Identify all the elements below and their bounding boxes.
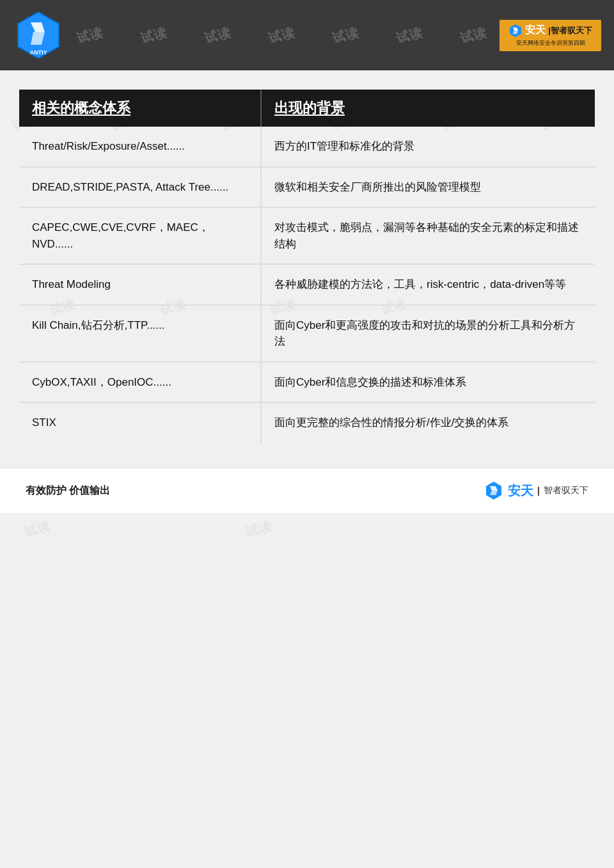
table-cell-right-2: 对攻击模式，脆弱点，漏洞等各种基础的安全元素的标定和描述结构 (261, 207, 595, 264)
header-watermarks: 试读 试读 试读 试读 试读 试读 试读 (64, 27, 500, 44)
table-cell-right-0: 西方的IT管理和标准化的背景 (261, 127, 595, 167)
table-row: CybOX,TAXII，OpenIOC......面向Cyber和信息交换的描述… (19, 362, 595, 403)
header: ANTIY 试读 试读 试读 试读 试读 试读 试读 安天 |智者驭天下 安天网… (0, 0, 614, 70)
table-cell-right-1: 微软和相关安全厂商所推出的风险管理模型 (261, 167, 595, 208)
antiy-small-icon (508, 24, 523, 38)
col1-header: 相关的概念体系 (19, 90, 261, 127)
header-watermark-6: 试读 (395, 27, 424, 44)
table-cell-left-1: DREAD,STRIDE,PASTA, Attack Tree...... (19, 167, 261, 208)
table-row: DREAD,STRIDE,PASTA, Attack Tree......微软和… (19, 167, 595, 208)
header-watermark-7: 试读 (459, 27, 488, 44)
bwm-12: 试读 (244, 517, 273, 541)
table-row: CAPEC,CWE,CVE,CVRF，MAEC，NVD......对攻击模式，脆… (19, 207, 595, 264)
table-header-row: 相关的概念体系 出现的背景 (19, 90, 595, 127)
footer-right-logo: 安天 | 智者驭天下 (484, 480, 588, 501)
col2-header: 出现的背景 (261, 90, 595, 127)
table-cell-right-4: 面向Cyber和更高强度的攻击和对抗的场景的分析工具和分析方法 (261, 305, 595, 362)
table-cell-left-3: Threat Modeling (19, 264, 261, 305)
right-logo-detail: 安天网络安全冬训营第四期 (516, 39, 585, 47)
svg-text:ANTIY: ANTIY (30, 49, 47, 56)
table-row: Threat Modeling各种威胁建模的方法论，工具，risk-centri… (19, 264, 595, 305)
right-logo-antiy: 安天 (525, 24, 546, 37)
table-row: STIX面向更完整的综合性的情报分析/作业/交换的体系 (19, 402, 595, 443)
table-cell-left-4: Kill Chain,钻石分析,TTP...... (19, 305, 261, 362)
header-watermark-4: 试读 (267, 27, 296, 44)
table-cell-left-0: Threat/Risk/Exposure/Asset...... (19, 127, 261, 167)
header-right-logo: 安天 |智者驭天下 安天网络安全冬训营第四期 (500, 20, 601, 51)
header-watermark-5: 试读 (331, 27, 360, 44)
main-table-wrapper: 相关的概念体系 出现的背景 Threat/Risk/Exposure/Asset… (19, 90, 595, 443)
table-cell-left-6: STIX (19, 402, 261, 443)
right-logo-sub: |智者驭天下 (548, 25, 592, 36)
table-cell-right-3: 各种威胁建模的方法论，工具，risk-centric，data-driven等等 (261, 264, 595, 305)
table-row: Kill Chain,钻石分析,TTP......面向Cyber和更高强度的攻击… (19, 305, 595, 362)
footer-logo-divider: | (537, 485, 540, 496)
footer-antiy-icon (484, 480, 504, 501)
header-watermark-3: 试读 (203, 27, 232, 44)
antiy-logo-icon: ANTIY (13, 10, 64, 61)
table-cell-right-6: 面向更完整的综合性的情报分析/作业/交换的体系 (261, 402, 595, 443)
footer-logo-main: 安天 (508, 482, 533, 500)
footer: 有效防护 价值输出 安天 | 智者驭天下 (0, 468, 614, 513)
logo-container: ANTIY (13, 10, 64, 61)
footer-left-text: 有效防护 价值输出 (26, 484, 110, 498)
bwm-11: 试读 (23, 517, 52, 541)
table-cell-right-5: 面向Cyber和信息交换的描述和标准体系 (261, 362, 595, 403)
main-table: 相关的概念体系 出现的背景 Threat/Risk/Exposure/Asset… (19, 90, 595, 443)
table-cell-left-5: CybOX,TAXII，OpenIOC...... (19, 362, 261, 403)
header-watermark-1: 试读 (75, 27, 104, 44)
table-cell-left-2: CAPEC,CWE,CVE,CVRF，MAEC，NVD...... (19, 207, 261, 264)
footer-logo-sub: 智者驭天下 (544, 485, 588, 496)
table-row: Threat/Risk/Exposure/Asset......西方的IT管理和… (19, 127, 595, 167)
header-watermark-2: 试读 (139, 27, 168, 44)
